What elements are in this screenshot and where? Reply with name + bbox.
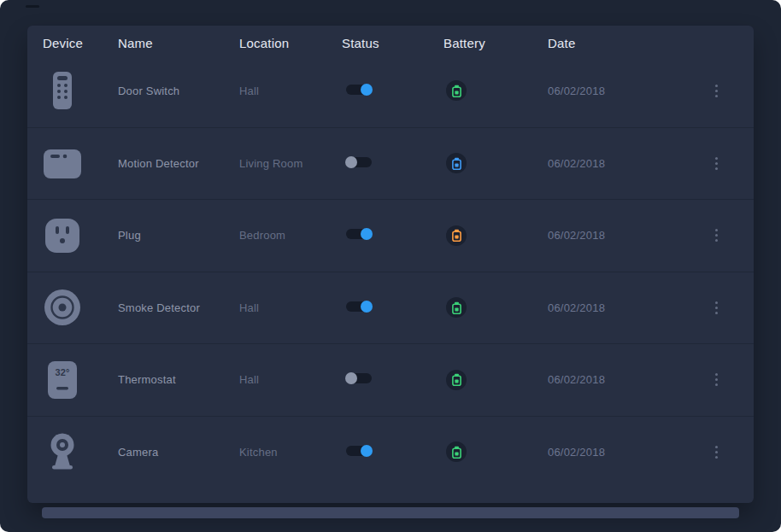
battery-icon [451,301,462,314]
device-date: 06/02/2018 [548,301,699,314]
column-header-device: Device [43,36,118,50]
device-date: 06/02/2018 [548,157,699,170]
camera-icon [43,432,82,471]
device-date: 06/02/2018 [548,85,699,97]
battery-indicator [446,225,467,246]
status-toggle[interactable] [346,301,372,312]
device-name: Door Switch [118,85,239,97]
more-options-button[interactable] [712,442,721,462]
device-name: Plug [118,229,239,242]
battery-icon [451,229,462,242]
device-location: Living Room [239,157,342,170]
remote-icon [43,71,82,110]
device-location: Hall [239,85,342,97]
battery-indicator [446,370,467,390]
table-header: DeviceNameLocationStatusBatteryDate [27,26,754,55]
device-location: Kitchen [239,446,342,459]
more-options-button[interactable] [712,370,721,389]
column-header-battery: Battery [443,36,548,50]
more-options-button[interactable] [712,81,721,101]
status-toggle[interactable] [346,85,372,95]
column-header-status: Status [342,36,443,50]
table-row: Smoke Detector Hall 06/02/2018 [27,272,754,344]
status-toggle[interactable] [346,229,372,239]
table-row: Plug Bedroom 06/02/2018 [27,199,754,272]
status-toggle[interactable] [346,446,372,456]
plug-icon [43,216,82,255]
table-row: Motion Detector Living Room 06/02/2018 [27,127,754,200]
battery-indicator [446,153,467,173]
thermostat-icon: 32° [43,360,82,400]
toggle-knob [361,84,373,96]
battery-icon [451,373,462,386]
device-name: Smoke Detector [118,301,239,314]
device-location: Bedroom [239,229,342,242]
device-date: 06/02/2018 [548,373,699,386]
column-header-name: Name [118,36,239,50]
battery-indicator [446,80,467,101]
top-accent-dash [26,5,39,8]
device-location: Hall [239,373,342,386]
device-table-panel: DeviceNameLocationStatusBatteryDate Door… [27,26,754,503]
device-date: 06/02/2018 [548,446,699,459]
table-body: Door Switch Hall 06/02/2018 Motion Detec… [27,55,754,488]
battery-icon [451,85,462,97]
toggle-knob [361,445,373,457]
battery-indicator [446,297,467,318]
app-background: DeviceNameLocationStatusBatteryDate Door… [0,0,781,532]
toggle-knob [345,156,357,168]
table-row: Camera Kitchen 06/02/2018 [27,416,754,488]
status-toggle[interactable] [346,373,372,383]
toggle-knob [361,301,373,313]
toggle-knob [345,372,357,384]
more-options-button[interactable] [712,154,721,173]
battery-icon [451,157,462,170]
battery-indicator [446,441,467,462]
table-row: Door Switch Hall 06/02/2018 [27,55,754,127]
motion-detector-icon [43,143,82,183]
device-name: Thermostat [118,373,239,386]
device-name: Camera [118,446,239,459]
column-header-date: Date [548,36,699,50]
device-location: Hall [239,301,342,314]
svg-text:32°: 32° [55,367,69,377]
smoke-detector-icon [43,288,82,327]
table-row: 32° Thermostat Hall 06/02/2018 [27,343,754,416]
status-toggle[interactable] [346,157,372,167]
more-options-button[interactable] [712,298,721,318]
device-date: 06/02/2018 [548,229,699,242]
column-header-location: Location [239,36,342,50]
more-options-button[interactable] [712,225,721,245]
stacked-card-edge [42,507,739,518]
battery-icon [451,446,462,459]
toggle-knob [361,228,373,240]
device-name: Motion Detector [118,157,239,170]
